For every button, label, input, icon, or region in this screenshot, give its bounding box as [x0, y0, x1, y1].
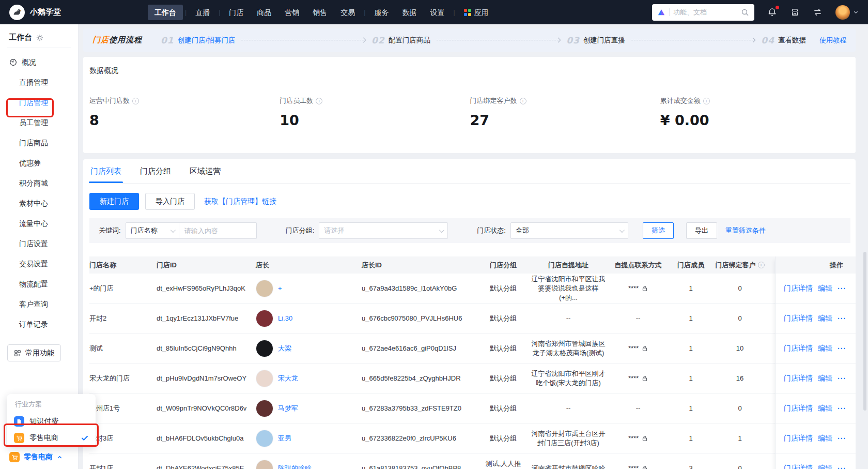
nav-store[interactable]: 门店 [222, 5, 250, 20]
edit-link[interactable]: 编辑 [818, 314, 832, 323]
more-actions-icon[interactable]: ··· [838, 374, 846, 383]
notification-bell-icon[interactable] [767, 7, 777, 17]
nav-service[interactable]: 服务 [367, 5, 395, 20]
manager-name-link[interactable]: 马梦军 [278, 404, 298, 413]
edit-link[interactable]: 编辑 [818, 464, 832, 469]
sidebar-item-store-settings[interactable]: 门店设置 [0, 234, 78, 254]
reset-filters-link[interactable]: 重置筛选条件 [725, 226, 766, 235]
sidebar-item-coupons[interactable]: 优惠券 [0, 153, 78, 173]
sidebar-item-logistics[interactable]: 物流配置 [0, 274, 78, 294]
store-detail-link[interactable]: 门店详情 [784, 404, 813, 413]
store-detail-link[interactable]: 门店详情 [784, 284, 813, 293]
more-actions-icon[interactable]: ··· [838, 314, 846, 323]
tab-regional-ops[interactable]: 区域运营 [190, 167, 221, 183]
keyword-type-select[interactable]: 门店名称 [126, 222, 179, 239]
manager-name-link[interactable]: Li.30 [278, 314, 292, 322]
filter-button[interactable]: 筛选 [643, 222, 674, 239]
store-detail-link[interactable]: 门店详情 [784, 374, 813, 383]
apps-grid-icon [464, 9, 471, 16]
tab-store-list[interactable]: 门店列表 [90, 167, 121, 183]
more-actions-icon[interactable]: ··· [838, 344, 846, 353]
sidebar-item-store-mgmt[interactable]: 门店管理 [0, 93, 78, 113]
tab-store-groups[interactable]: 门店分组 [140, 167, 171, 183]
import-store-button[interactable]: 导入门店 [145, 193, 195, 210]
table-row: 开封1店 dt_DhAYE62WodxciE75x85E 陈琪的啥啥 u_61a… [89, 453, 850, 469]
store-detail-link[interactable]: 门店详情 [784, 434, 813, 443]
nav-apps[interactable]: 应用 [457, 5, 495, 20]
nav-sales[interactable]: 销售 [306, 5, 334, 20]
vertical-scrollbar[interactable] [863, 252, 866, 411]
more-actions-icon[interactable]: ··· [838, 434, 846, 443]
sidebar-item-live-mgmt[interactable]: 直播管理 [0, 72, 78, 93]
store-detail-link[interactable]: 门店详情 [784, 314, 813, 323]
sidebar-item-material-center[interactable]: 素材中心 [0, 193, 78, 214]
keyword-input[interactable] [179, 222, 257, 239]
get-store-mgmt-link[interactable]: 获取【门店管理】链接 [204, 197, 276, 206]
manager-name-link[interactable]: 宋大龙 [278, 374, 298, 383]
more-actions-icon[interactable]: ··· [838, 404, 846, 413]
nav-settings[interactable]: 设置 [423, 5, 451, 20]
store-status-select[interactable]: 全部 [510, 222, 628, 239]
sidebar-item-order-records[interactable]: 订单记录 [0, 314, 78, 335]
nav-workbench[interactable]: 工作台 [148, 5, 183, 20]
sidebar-item-overview[interactable]: 概况 [0, 52, 78, 72]
nav-marketing[interactable]: 营销 [278, 5, 306, 20]
member-count: 1 [673, 374, 713, 382]
search-input[interactable]: 功能、文档 [652, 4, 754, 21]
store-list-panel: 门店列表 门店分组 区域运营 新建门店 导入门店 获取【门店管理】链接 关键词:… [83, 159, 856, 469]
create-store-button[interactable]: 新建门店 [89, 193, 139, 210]
sidebar-item-traffic-center[interactable]: 流量中心 [0, 214, 78, 234]
stat-value: 10 [280, 112, 470, 128]
nav-trade[interactable]: 交易 [334, 5, 362, 20]
store-group: 默认分组 [482, 434, 529, 443]
store-name: +的门店 [89, 284, 157, 293]
flow-step-1[interactable]: 01 创建门店/招募门店 [161, 35, 235, 46]
gear-icon[interactable] [36, 34, 43, 41]
popup-item-retail[interactable]: 零售电商 [7, 430, 96, 446]
manager-name-link[interactable]: 大梁 [278, 344, 291, 353]
nav-live[interactable]: 直播 [189, 5, 216, 20]
main-content: 门店使用流程 01 创建门店/招募门店 02 配置门店商品 03 创建门店直播 … [79, 24, 868, 469]
manager-name-link[interactable]: + [278, 284, 282, 292]
more-actions-icon[interactable]: ··· [838, 284, 846, 293]
edit-link[interactable]: 编辑 [818, 284, 832, 293]
sidebar-item-points-mall[interactable]: 积分商城 [0, 173, 78, 193]
popup-item-knowledge[interactable]: 知识付费 [7, 413, 96, 430]
sidebar-item-trade-settings[interactable]: 交易设置 [0, 254, 78, 274]
store-detail-link[interactable]: 门店详情 [784, 344, 813, 353]
manager-name-link[interactable]: 亚男 [278, 434, 291, 443]
store-name: 测试 [89, 344, 157, 353]
sidebar-item-staff-mgmt[interactable]: 员工管理 [0, 113, 78, 133]
edit-link[interactable]: 编辑 [818, 404, 832, 413]
sidebar-item-customer-query[interactable]: 客户查询 [0, 294, 78, 314]
store-detail-link[interactable]: 门店详情 [784, 464, 813, 469]
tutorial-link[interactable]: 使用教程 [819, 36, 846, 45]
user-avatar[interactable] [835, 5, 850, 20]
sidebar-footer-retail[interactable]: 零售电商 [9, 452, 63, 462]
sidebar-item-store-goods[interactable]: 门店商品 [0, 133, 78, 153]
nav-data[interactable]: 数据 [395, 5, 423, 20]
quick-functions-button[interactable]: 常用功能 [7, 344, 61, 361]
stat-block: 累计成交金额i ¥ 0.00 [660, 96, 850, 128]
nav-goods[interactable]: 商品 [250, 5, 278, 20]
edit-link[interactable]: 编辑 [818, 374, 832, 383]
app-logo-goose-icon [9, 5, 25, 20]
search-icon[interactable] [741, 8, 749, 17]
header-actions: 操作 [776, 256, 856, 274]
bound-customer-count: 0 [713, 404, 771, 412]
data-overview-card: 数据概况 运营中门店数i 8 门店员工数i 10 [83, 57, 856, 153]
account-menu[interactable] [835, 5, 859, 20]
store-group-select[interactable]: 请选择 [319, 222, 448, 239]
manager-name-link[interactable]: 陈琪的啥啥 [278, 464, 312, 469]
edit-link[interactable]: 编辑 [818, 434, 832, 443]
shop-icon[interactable] [790, 7, 800, 17]
more-actions-icon[interactable]: ··· [838, 464, 846, 469]
lock-icon [642, 435, 648, 442]
switch-account-icon[interactable] [813, 7, 823, 17]
export-button[interactable]: 导出 [686, 222, 717, 239]
edit-link[interactable]: 编辑 [818, 344, 832, 353]
table-row: 测试 dt_85luIn5cCjCi9gN9Qhhh 大梁 u_672ae4e6… [89, 334, 850, 364]
manager-cell: 陈琪的啥啥 [256, 460, 362, 469]
row-actions: 门店详情 编辑 ··· [776, 334, 856, 364]
manager-cell: 大梁 [256, 340, 362, 357]
